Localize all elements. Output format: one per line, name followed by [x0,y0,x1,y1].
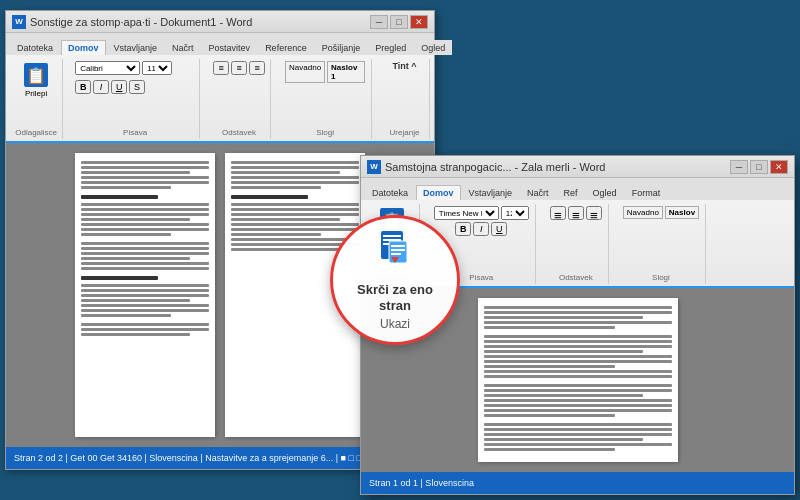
fontsize-select-front[interactable]: 12 [501,206,529,220]
text-line [231,195,308,199]
bold-btn[interactable]: B [75,80,91,94]
text-line [81,333,190,336]
tint-label: Tint ^ [392,61,416,71]
text-line [81,304,209,307]
text-line [81,203,209,206]
text-line [231,228,359,231]
tooltip-title: Skrči za eno stran [343,282,447,313]
close-btn-front[interactable]: ✕ [770,160,788,174]
text-line-f [484,326,616,329]
align-left-btn-front[interactable]: ≡ [550,206,566,220]
text-line [81,166,209,169]
doc-overlay [389,241,407,263]
font-select-front[interactable]: Times New Roman [434,206,499,220]
text-line-f [484,394,644,397]
front-text-block-2 [484,335,672,378]
group-odlagalisce: 📋 Prilepi Odlagalisce [10,59,63,139]
text-line-f [484,423,672,426]
underline-btn-front[interactable]: U [491,222,507,236]
close-btn-back[interactable]: ✕ [410,15,428,29]
word-icon-front: W [367,160,381,174]
group-slogi: Navadno Naslov 1 Slogi [279,59,372,139]
tab-datoteka-back[interactable]: Datoteka [10,40,60,55]
text-line-f [484,350,644,353]
text-line [231,223,359,226]
style-normal-front[interactable]: Navadno [623,206,663,219]
text-block-p2-1 [231,161,359,189]
tab-nacrt-front[interactable]: Načrt [520,185,556,200]
tab-ogled-back[interactable]: Ogled [414,40,452,55]
tab-domov-back[interactable]: Domov [61,40,106,55]
paste-btn[interactable]: 📋 Prilepi [21,61,51,100]
bold-btn-front[interactable]: B [455,222,471,236]
text-line [81,195,158,199]
group-front-styles: Navadno Naslov Slogi [617,204,706,284]
titlebar-front: W Samstojna stranpogacic... - Zala merli… [361,156,794,178]
tab-postavitev-back[interactable]: Postavitev [202,40,258,55]
tab-nacrt-back[interactable]: Načrt [165,40,201,55]
align-right-btn-front[interactable]: ≡ [586,206,602,220]
group-label-tint: Urejanje [390,128,420,137]
window-controls-back: ─ □ ✕ [370,15,428,29]
text-line [81,276,158,280]
tab-pregled-back[interactable]: Pregled [368,40,413,55]
text-line [81,208,209,211]
tooltip-subtitle: Ukazi [380,317,410,331]
text-line-f [484,389,672,392]
italic-btn-front[interactable]: I [473,222,489,236]
text-line-f [484,335,672,338]
text-line [81,233,171,236]
ribbon-content-back: 📋 Prilepi Odlagalisce Calibri 11 B I U [6,55,434,143]
text-line-f [484,438,644,441]
titlebar-title-back: Sonstige za stomp·apa·ti - Dokument1 - W… [30,16,252,28]
underline-btn[interactable]: U [111,80,127,94]
tab-domov-front[interactable]: Domov [416,185,461,200]
tab-posiljanje-back[interactable]: Pošiljanje [315,40,368,55]
doc-line1 [383,235,401,237]
tab-format-front[interactable]: Format [625,185,668,200]
align-left-btn[interactable]: ≡ [213,61,229,75]
text-block-2 [81,195,209,236]
minimize-btn-back[interactable]: ─ [370,15,388,29]
text-line [81,309,209,312]
style-heading-front[interactable]: Naslov [665,206,699,219]
text-line [231,213,359,216]
maximize-btn-front[interactable]: □ [750,160,768,174]
tab-datoteka-front[interactable]: Datoteka [365,185,415,200]
text-line [81,257,190,260]
doc-overlay-line3 [391,253,401,255]
status-text-back: Stran 2 od 2 | Get 00 Get 34160 | Sloven… [14,453,378,463]
titlebar-left-back: W Sonstige za stomp·apa·ti - Dokument1 -… [12,15,252,29]
tab-ogled-front[interactable]: Ogled [586,185,624,200]
text-line [81,176,209,179]
status-bar-front: Stran 1 od 1 | Slovenscina [361,472,794,494]
text-line [81,262,209,265]
font-select[interactable]: Calibri [75,61,140,75]
text-line [231,161,359,164]
text-line-f [484,370,672,373]
align-right-btn[interactable]: ≡ [249,61,265,75]
tab-reference-back[interactable]: Reference [258,40,314,55]
tab-vstavljanje-back[interactable]: Vstavljanje [107,40,165,55]
tab-ref-front[interactable]: Ref [557,185,585,200]
strikethrough-btn[interactable]: S [129,80,145,94]
group-label-odlagalisce: Odlagalisce [15,128,57,137]
align-center-btn-front[interactable]: ≡ [568,206,584,220]
doc-overlay-line1 [391,245,405,247]
text-block-3 [81,242,209,270]
text-line-f [484,321,672,324]
italic-btn[interactable]: I [93,80,109,94]
text-line [81,161,209,164]
tab-vstavljanje-front[interactable]: Vstavljanje [462,185,520,200]
maximize-btn-back[interactable]: □ [390,15,408,29]
style-normal[interactable]: Navadno [285,61,325,83]
text-line-f [484,355,672,358]
align-center-btn[interactable]: ≡ [231,61,247,75]
text-line [81,314,171,317]
minimize-btn-front[interactable]: ─ [730,160,748,174]
text-block-1 [81,161,209,189]
style-heading1[interactable]: Naslov 1 [327,61,365,83]
text-line-f [484,360,672,363]
fontsize-select[interactable]: 11 [142,61,172,75]
group-label-font-front: Pisava [469,273,493,282]
